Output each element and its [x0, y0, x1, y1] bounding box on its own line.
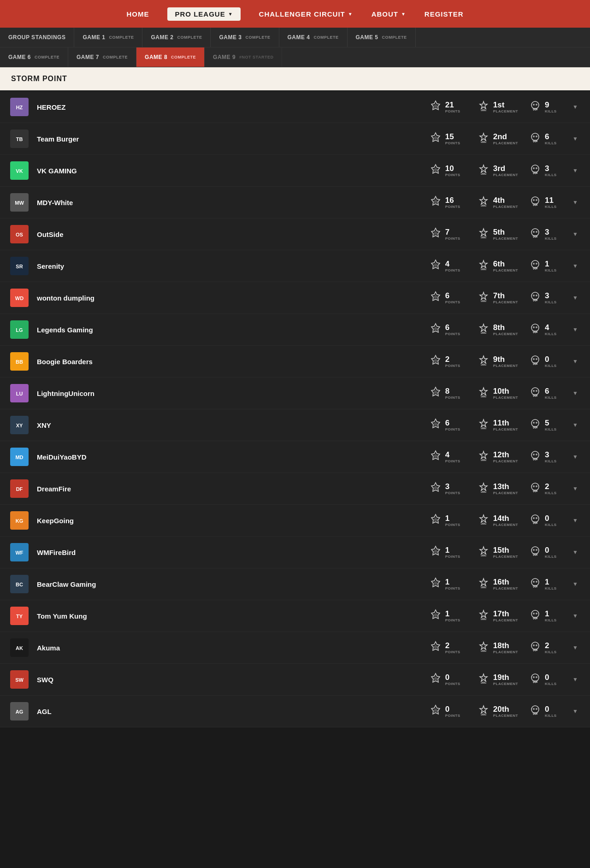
expand-button[interactable]: ▼	[570, 610, 581, 621]
placement-icon	[478, 545, 490, 560]
tab-game-0[interactable]: GROUP STANDINGS	[0, 28, 74, 47]
stat-placement-values: 19th PLACEMENT	[493, 673, 518, 686]
team-row: HZ HEROEZ 21 POINTS	[0, 91, 590, 123]
kills-icon	[529, 704, 541, 719]
points-label: POINTS	[445, 396, 460, 400]
stat-kills-values: 0 KILLS	[545, 705, 557, 718]
expand-button[interactable]: ▼	[570, 324, 581, 335]
tab-game-3[interactable]: GAME 3COMPLETE	[211, 28, 279, 47]
svg-point-88	[533, 549, 535, 551]
svg-rect-73	[482, 491, 485, 492]
expand-button[interactable]: ▼	[570, 483, 581, 494]
points-label: POINTS	[445, 555, 460, 559]
points-icon	[430, 609, 442, 623]
team-name: Akuma	[37, 644, 430, 652]
placement-value: 14th	[493, 514, 518, 522]
nav-about[interactable]: ABOUT ▼	[372, 10, 406, 18]
team-logo-img: OS	[10, 225, 29, 243]
expand-button[interactable]: ▼	[570, 260, 581, 272]
stat-kills-values: 6 KILLS	[545, 387, 557, 400]
svg-point-69	[531, 451, 539, 459]
kills-value: 0	[545, 546, 557, 554]
expand-button[interactable]: ▼	[570, 515, 581, 526]
points-label: POINTS	[445, 205, 460, 209]
svg-point-21	[531, 197, 539, 204]
kills-icon	[529, 577, 541, 591]
expand-button[interactable]: ▼	[570, 165, 581, 176]
stat-points-values: 6 POINTS	[445, 324, 460, 336]
expand-button[interactable]: ▼	[570, 451, 581, 462]
kills-label: KILLS	[545, 236, 557, 241]
stat-placement: 6th PLACEMENT	[478, 259, 518, 273]
kills-value: 2	[545, 483, 557, 490]
tab-game-5[interactable]: GAME 5COMPLETE	[348, 28, 416, 47]
expand-button[interactable]: ▼	[570, 229, 581, 240]
tab-game-1[interactable]: GAME 1COMPLETE	[74, 28, 142, 47]
tab-game-2[interactable]: GAME 2COMPLETE	[142, 28, 211, 47]
team-row: KG KeepGoing 1 POINTS	[0, 505, 590, 537]
team-logo-img: BC	[10, 575, 29, 593]
tab-game-row2-1[interactable]: GAME 7COMPLETE	[68, 47, 136, 67]
svg-point-105	[531, 642, 539, 650]
kills-label: KILLS	[545, 523, 557, 527]
stat-points-values: 10 POINTS	[445, 165, 460, 177]
kills-value: 4	[545, 324, 557, 331]
stat-placement-values: 7th PLACEMENT	[493, 292, 518, 304]
team-logo-svg: HZ	[11, 99, 28, 115]
stat-placement: 19th PLACEMENT	[478, 673, 518, 687]
expand-button[interactable]: ▼	[570, 642, 581, 653]
expand-button[interactable]: ▼	[570, 101, 581, 112]
svg-rect-109	[482, 682, 485, 683]
expand-button[interactable]: ▼	[570, 419, 581, 431]
points-icon	[430, 482, 442, 496]
svg-text:WF: WF	[15, 550, 23, 555]
tab-game-4[interactable]: GAME 4COMPLETE	[279, 28, 348, 47]
expand-button[interactable]: ▼	[570, 133, 581, 144]
placement-value: 4th	[493, 196, 518, 204]
team-logo-svg: TY	[11, 608, 28, 624]
stat-points-values: 8 POINTS	[445, 387, 460, 400]
placement-value: 7th	[493, 292, 518, 300]
expand-button[interactable]: ▼	[570, 388, 581, 399]
kills-label: KILLS	[545, 173, 557, 177]
nav-pro-league[interactable]: PRO LEAGUE ▼	[167, 7, 240, 21]
points-icon	[430, 354, 442, 369]
expand-button[interactable]: ▼	[570, 547, 581, 558]
team-logo: HZ	[9, 97, 30, 117]
points-value: 21	[445, 101, 460, 109]
kills-value: 3	[545, 165, 557, 172]
expand-button[interactable]: ▼	[570, 356, 581, 367]
points-icon	[430, 323, 442, 337]
expand-button[interactable]: ▼	[570, 579, 581, 590]
stat-kills: 5 KILLS	[529, 418, 566, 432]
svg-rect-103	[482, 650, 485, 651]
nav-register[interactable]: REGISTER	[425, 10, 464, 18]
svg-rect-43	[482, 332, 485, 333]
expand-button[interactable]: ▼	[570, 197, 581, 208]
stat-placement: 1st PLACEMENT	[478, 100, 518, 114]
expand-button[interactable]: ▼	[570, 674, 581, 685]
svg-rect-14	[481, 174, 486, 175]
nav-challenger-circuit[interactable]: CHALLENGER CIRCUIT ▼	[259, 10, 353, 18]
team-row: BC BearClaw Gaming 1 POINTS	[0, 568, 590, 600]
stat-placement: 3rd PLACEMENT	[478, 164, 518, 178]
tab-game-row2-0[interactable]: GAME 6COMPLETE	[0, 47, 68, 67]
svg-point-45	[531, 324, 539, 331]
tab-game-row2-2[interactable]: GAME 8COMPLETE	[136, 47, 205, 67]
team-name: AGL	[37, 708, 430, 715]
placement-icon	[478, 386, 490, 401]
points-icon	[430, 100, 442, 114]
points-label: POINTS	[445, 109, 460, 113]
kills-value: 11	[545, 196, 557, 204]
stat-kills: 6 KILLS	[529, 132, 566, 146]
expand-button[interactable]: ▼	[570, 706, 581, 717]
team-logo: BB	[9, 351, 30, 372]
points-value: 16	[445, 196, 460, 204]
kills-value: 0	[545, 514, 557, 522]
kills-value: 1	[545, 578, 557, 586]
nav-home[interactable]: HOME	[126, 10, 149, 18]
expand-button[interactable]: ▼	[570, 292, 581, 303]
stat-points-values: 1 POINTS	[445, 514, 460, 527]
team-logo-img: MD	[10, 448, 29, 466]
stat-points: 6 POINTS	[430, 323, 466, 337]
